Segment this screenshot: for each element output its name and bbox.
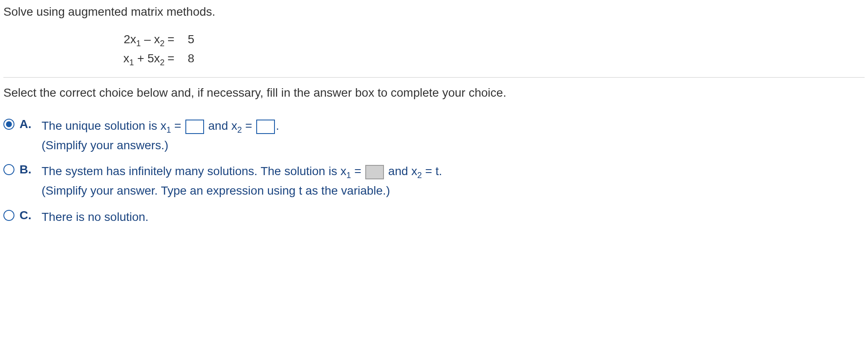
radio-b[interactable] [3,164,14,175]
choice-b-text: = [351,165,364,178]
subscript: 2 [237,125,242,134]
choice-c-label: C. [20,209,34,222]
question-section: Solve using augmented matrix methods. 2x… [3,5,865,78]
choice-c-row: C. There is no solution. [3,208,865,226]
equation-equals: = [165,50,177,67]
equation-lhs: 2x1 – x2 [71,31,165,50]
choice-a-text: = [242,119,255,132]
equation-system: 2x1 – x2 = 5 x1 + 5x2 = 8 [71,31,865,69]
choice-b-label: B. [20,163,34,176]
answer-input-x1[interactable] [185,120,204,134]
radio-a[interactable] [3,119,14,130]
choice-a-text: . [276,119,279,132]
equation-lhs: x1 + 5x2 [71,50,165,69]
choice-b-content: The system has infinitely many solutions… [42,162,442,200]
choice-b-hint: (Simplify your answer. Type an expressio… [42,181,442,200]
question-prompt: Solve using augmented matrix methods. [3,5,865,19]
radio-b-wrap: B. [3,162,42,176]
choice-a-content: The unique solution is x1 = and x2 = . (… [42,117,279,154]
choice-b-text: and x [385,165,417,178]
choice-c-text: There is no solution. [42,210,148,223]
choice-a-hint: (Simplify your answers.) [42,136,279,154]
equation-row: x1 + 5x2 = 8 [71,50,865,69]
subscript: 2 [417,170,422,180]
radio-c[interactable] [3,210,14,221]
subscript: 1 [166,125,171,134]
choice-a-row: A. The unique solution is x1 = and x2 = … [3,117,865,154]
subscript: 1 [346,170,351,180]
equation-row: 2x1 – x2 = 5 [71,31,865,50]
answer-section: Select the correct choice below and, if … [3,78,865,226]
answer-input-b-x1 [365,165,384,179]
choice-c-content: There is no solution. [42,208,148,226]
choice-a-text: = [171,119,185,132]
answer-instruction: Select the correct choice below and, if … [3,86,865,100]
radio-a-wrap: A. [3,117,42,131]
equation-equals: = [165,31,177,48]
choice-b-text: The system has infinitely many solutions… [42,165,346,178]
equation-rhs: 8 [177,50,203,67]
choice-a-text: and x [205,119,237,132]
answer-input-x2[interactable] [256,120,275,134]
choice-b-row: B. The system has infinitely many soluti… [3,162,865,200]
radio-c-wrap: C. [3,208,42,222]
equation-rhs: 5 [177,31,203,48]
choice-a-label: A. [20,117,34,131]
choice-a-text: The unique solution is x [42,119,166,132]
choice-b-text: = t. [422,165,442,178]
